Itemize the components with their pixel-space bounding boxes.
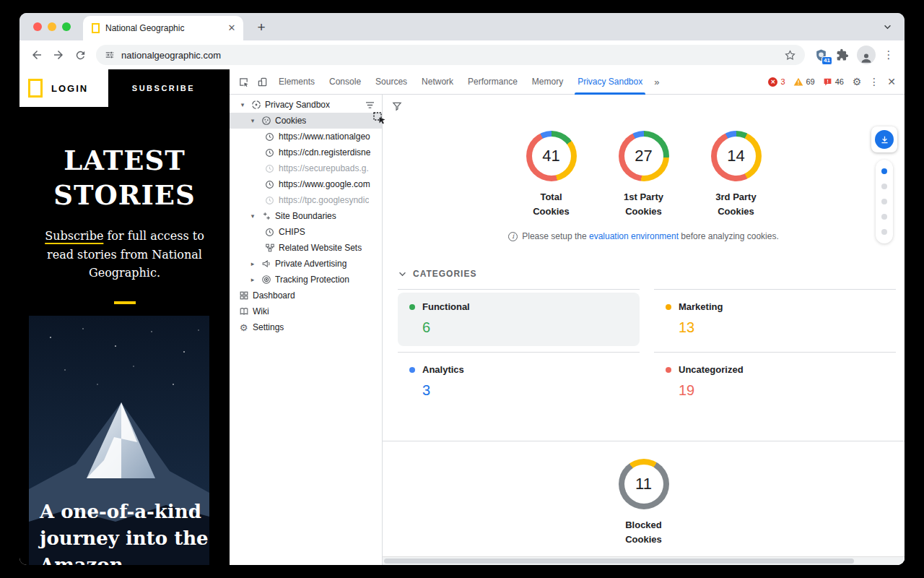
- new-tab-button[interactable]: +: [252, 18, 271, 37]
- setup-info-banner: i Please setup the evaluation environmen…: [383, 231, 905, 241]
- dashboard-grid-icon: [238, 290, 249, 301]
- tab-console[interactable]: Console: [322, 69, 368, 95]
- clock-icon: [264, 227, 275, 238]
- nav-dot[interactable]: [881, 184, 887, 189]
- category-card-marketing[interactable]: Marketing 13: [654, 289, 896, 352]
- device-toolbar-icon[interactable]: [253, 72, 271, 91]
- clock-icon: [264, 163, 275, 174]
- devtools-settings-icon[interactable]: ⚙: [848, 76, 866, 87]
- devtools-close-icon[interactable]: ✕: [883, 76, 900, 87]
- login-link[interactable]: LOGIN: [51, 83, 88, 94]
- privacy-extension-button[interactable]: 41: [811, 45, 831, 65]
- subscribe-cta-text: Subscribe for full access to read storie…: [19, 227, 230, 282]
- devtools-status-badges: ✕ 3 69 46: [764, 77, 848, 87]
- chevron-down-icon[interactable]: ▾: [248, 212, 257, 220]
- tree-item-settings[interactable]: ⚙ Settings: [230, 319, 382, 335]
- cookies-report-panel: 41 TotalCookies 27: [383, 95, 905, 565]
- browser-tab[interactable]: National Geographic ✕: [83, 16, 243, 40]
- horizontal-scrollbar[interactable]: [383, 556, 905, 565]
- functional-dot-icon: [409, 304, 415, 310]
- chevron-down-icon[interactable]: ▾: [248, 117, 257, 124]
- chevron-down-icon[interactable]: ▾: [238, 101, 247, 108]
- subscribe-button[interactable]: SUBSCRIBE: [108, 69, 219, 107]
- extensions-puzzle-icon[interactable]: [832, 45, 853, 65]
- clock-icon: [264, 147, 275, 158]
- tree-item-dashboard[interactable]: Dashboard: [230, 288, 382, 303]
- nav-dot[interactable]: [881, 229, 887, 235]
- filter-list-icon[interactable]: [365, 101, 379, 109]
- sitemap-icon: [264, 243, 275, 254]
- tab-strip: National Geographic ✕ +: [19, 13, 905, 40]
- tree-item-cookie-origin[interactable]: https://www.google.com: [230, 176, 382, 192]
- categories-section-header[interactable]: CATEGORIES: [398, 269, 905, 279]
- inspect-element-icon[interactable]: [234, 72, 253, 91]
- category-card-analytics[interactable]: Analytics 3: [398, 352, 640, 415]
- third-party-cookies-donut[interactable]: 14: [711, 131, 762, 181]
- site-settings-icon[interactable]: [105, 50, 115, 60]
- tree-item-cookie-origin[interactable]: https://tpc.googlesyndic: [230, 192, 382, 208]
- evaluation-environment-link[interactable]: evaluation environment: [589, 231, 679, 241]
- nav-dot[interactable]: [881, 214, 887, 220]
- analytics-dot-icon: [409, 367, 415, 373]
- nav-dot[interactable]: [881, 199, 887, 204]
- natgeo-logo-icon[interactable]: [28, 79, 43, 98]
- tree-item-private-advertising[interactable]: ▸ Private Advertising: [230, 256, 382, 272]
- tree-item-wiki[interactable]: Wiki: [230, 303, 382, 319]
- extension-badge: 41: [821, 56, 832, 65]
- forward-button[interactable]: [48, 45, 69, 65]
- bookmark-star-icon[interactable]: [784, 49, 796, 61]
- total-cookies-donut[interactable]: 41: [526, 131, 577, 181]
- zoom-window-button[interactable]: [62, 22, 71, 31]
- minimize-window-button[interactable]: [48, 22, 56, 31]
- nav-dot[interactable]: [881, 168, 887, 174]
- tree-item-site-boundaries[interactable]: ▾ Site Boundaries: [230, 208, 382, 224]
- tree-item-cookie-origin[interactable]: https://securepubads.g.: [230, 160, 382, 176]
- tree-item-cookie-origin[interactable]: https://cdn.registerdisne: [230, 144, 382, 160]
- tab-sources[interactable]: Sources: [368, 69, 414, 95]
- browser-toolbar: nationalgeographic.com 41 ⋮: [19, 40, 905, 69]
- back-button[interactable]: [27, 45, 47, 65]
- megaphone-icon: [261, 259, 271, 269]
- tab-memory[interactable]: Memory: [525, 69, 570, 95]
- profile-avatar[interactable]: [857, 46, 876, 64]
- tree-item-privacy-sandbox[interactable]: ▾ Privacy Sandbox: [230, 97, 382, 113]
- tab-performance[interactable]: Performance: [461, 69, 525, 95]
- more-tabs-icon[interactable]: »: [650, 77, 663, 87]
- tab-search-chevron-icon[interactable]: [879, 18, 896, 35]
- url-text[interactable]: nationalgeographic.com: [121, 50, 221, 61]
- download-report-button[interactable]: [871, 126, 897, 152]
- tab-network[interactable]: Network: [414, 69, 461, 95]
- chevron-right-icon[interactable]: ▸: [248, 276, 257, 283]
- tab-privacy-sandbox[interactable]: Privacy Sandbox: [570, 69, 650, 95]
- filter-funnel-icon[interactable]: [391, 100, 403, 114]
- devtools-menu-icon[interactable]: ⋮: [866, 76, 883, 87]
- analytics-count: 3: [422, 382, 628, 399]
- tab-close-icon[interactable]: ✕: [226, 22, 237, 34]
- first-party-cookies-donut[interactable]: 27: [619, 131, 669, 181]
- close-window-button[interactable]: [33, 22, 42, 31]
- tree-item-tracking-protection[interactable]: ▸ Tracking Protection: [230, 272, 382, 288]
- errors-badge[interactable]: ✕ 3: [768, 77, 785, 87]
- privacy-sandbox-body: ▾ Privacy Sandbox ▾ Cookies https://www.…: [230, 95, 905, 565]
- section-divider: [383, 441, 905, 441]
- blocked-cookies-donut[interactable]: 11: [619, 459, 669, 509]
- address-bar[interactable]: nationalgeographic.com: [96, 45, 805, 65]
- tree-item-cookie-origin[interactable]: https://www.nationalgeo: [230, 129, 382, 144]
- tree-item-related-website-sets[interactable]: Related Website Sets: [230, 240, 382, 256]
- first-party-cookies-label: 1st PartyCookies: [624, 190, 663, 219]
- tree-item-chips[interactable]: CHIPS: [230, 224, 382, 240]
- reload-button[interactable]: [70, 45, 90, 65]
- tree-item-cookies[interactable]: ▾ Cookies: [230, 113, 382, 129]
- info-icon: i: [508, 232, 518, 241]
- tab-elements[interactable]: Elements: [271, 69, 322, 95]
- scrollbar-thumb[interactable]: [384, 558, 854, 564]
- warnings-badge[interactable]: 69: [793, 77, 815, 86]
- issues-badge[interactable]: 46: [823, 77, 844, 87]
- browser-menu-icon[interactable]: ⋮: [880, 48, 897, 61]
- category-card-functional[interactable]: Functional 6: [398, 289, 640, 352]
- site-boundaries-icon: [261, 211, 271, 222]
- subscribe-inline-link[interactable]: Subscribe: [45, 229, 103, 243]
- category-card-uncategorized[interactable]: Uncategorized 19: [654, 352, 896, 415]
- chevron-right-icon[interactable]: ▸: [248, 260, 257, 267]
- story-headline[interactable]: A one-of-a-kind journey into the Amazon: [40, 499, 213, 565]
